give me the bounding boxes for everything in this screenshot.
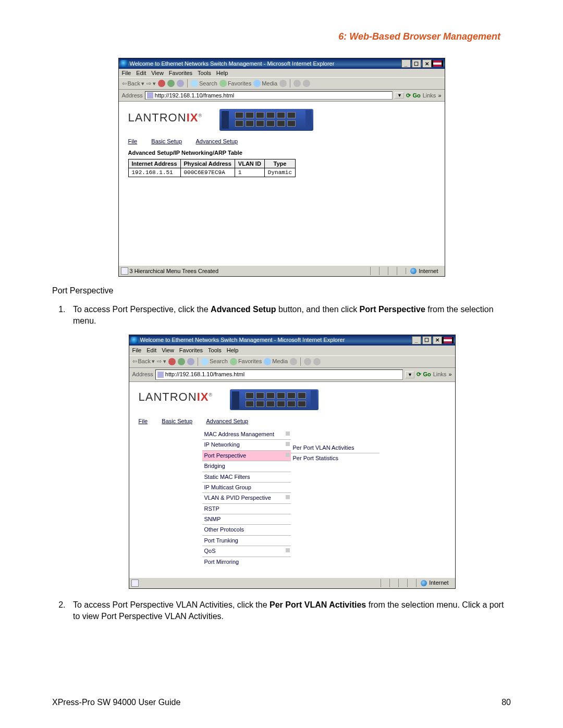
menu-item-port-perspective[interactable]: Port Perspective <box>202 450 291 461</box>
media-button[interactable]: Media <box>253 80 277 87</box>
status-bar: Internet <box>129 577 455 588</box>
col-physical-address: Physical Address <box>180 159 235 168</box>
menu-view[interactable]: View <box>162 347 174 354</box>
menu-item[interactable]: VLAN & PVID Perspective <box>202 492 291 503</box>
history-icon[interactable] <box>290 358 297 365</box>
menu-item[interactable]: Port Trunking <box>202 535 291 546</box>
forward-button[interactable]: ⇨ ▾ <box>146 80 156 87</box>
switch-graphic <box>230 389 319 410</box>
chapter-title: 6: Web-Based Browser Management <box>52 31 511 42</box>
menu-file[interactable]: File <box>122 70 131 76</box>
mail-icon[interactable] <box>304 358 311 365</box>
menu-help[interactable]: Help <box>216 70 228 76</box>
address-bar: Address http://192.168.1.10/frames.html … <box>119 90 445 102</box>
zone-internet: Internet <box>406 268 442 274</box>
close-button[interactable]: ✕ <box>422 59 432 68</box>
menu-item[interactable]: IP Multicast Group <box>202 482 291 492</box>
address-input[interactable]: http://192.168.1.10/frames.html <box>155 369 403 379</box>
menu-item[interactable]: Bridging <box>202 461 291 471</box>
menu-item[interactable]: Static MAC Filters <box>202 472 291 482</box>
history-icon[interactable] <box>279 80 287 87</box>
cell-mac: 000C6E97EC9A <box>180 168 235 177</box>
menu-item[interactable]: QoS <box>202 546 291 556</box>
refresh-icon[interactable] <box>167 80 175 87</box>
home-icon[interactable] <box>187 358 194 365</box>
minimize-button[interactable]: _ <box>401 59 411 68</box>
menu-favorites[interactable]: Favorites <box>169 70 192 76</box>
status-bar: 3 Hierarchical Menu Trees Created Intern… <box>119 265 445 276</box>
menu-item[interactable]: RSTP <box>202 503 291 514</box>
favorites-button[interactable]: Favorites <box>219 80 251 87</box>
search-button[interactable]: Search <box>191 80 217 87</box>
page-icon <box>157 372 164 378</box>
print-icon[interactable] <box>313 358 321 365</box>
menu-item[interactable]: Port Mirroring <box>202 557 291 567</box>
stop-icon[interactable] <box>168 358 176 365</box>
go-button[interactable]: ⟳ Go <box>406 92 420 99</box>
breadcrumb: Advanced Setup/IP Networking/ARP Table <box>128 150 435 156</box>
forward-button[interactable]: ⇨ ▾ <box>157 357 166 365</box>
ie-throbber <box>442 337 454 343</box>
menu-bar: File Edit View Favorites Tools Help <box>129 346 455 355</box>
menu-tools[interactable]: Tools <box>208 347 222 354</box>
nav-links: File Basic Setup Advanced Setup <box>128 138 435 144</box>
maximize-button[interactable]: ☐ <box>422 336 432 344</box>
menu-tools[interactable]: Tools <box>198 70 211 76</box>
nav-basic-setup[interactable]: Basic Setup <box>162 418 192 424</box>
page-content: LANTRONIX® File Basic Setup Advanced Set… <box>119 102 445 265</box>
menu-view[interactable]: View <box>151 70 164 76</box>
links-label[interactable]: Links <box>433 371 447 378</box>
address-dropdown[interactable]: ▼ <box>395 92 404 98</box>
menu-item[interactable]: IP Networking <box>202 439 291 450</box>
menu-help[interactable]: Help <box>227 347 239 354</box>
search-button[interactable]: Search <box>201 357 228 365</box>
print-icon[interactable] <box>303 80 310 87</box>
col-type: Type <box>264 159 295 168</box>
back-button[interactable]: ⇦ Back ▾ <box>132 357 155 365</box>
ie-icon <box>131 337 138 344</box>
nav-basic-setup[interactable]: Basic Setup <box>151 138 182 144</box>
menu-item[interactable]: SNMP <box>202 514 291 524</box>
refresh-icon[interactable] <box>178 358 185 365</box>
menu-edit[interactable]: Edit <box>146 347 156 354</box>
url-text: http://192.168.1.10/frames.html <box>155 92 234 98</box>
menu-edit[interactable]: Edit <box>136 70 146 76</box>
address-dropdown[interactable]: ▼ <box>405 371 414 379</box>
menu-file[interactable]: File <box>132 347 142 354</box>
mail-icon[interactable] <box>293 80 301 87</box>
minimize-button[interactable]: _ <box>412 336 421 344</box>
links-label[interactable]: Links <box>423 92 436 98</box>
nav-file[interactable]: File <box>128 138 138 144</box>
back-button[interactable]: ⇦ Back ▾ <box>122 80 144 87</box>
cell-type: Dynamic <box>264 168 295 177</box>
menu-favorites[interactable]: Favorites <box>179 347 203 354</box>
window-titlebar: Welcome to Ethernet Networks Switch Mana… <box>119 58 445 69</box>
cell-vlan: 1 <box>235 168 264 177</box>
adv-submenu: Per Port VLAN Activities Per Port Statis… <box>291 443 380 464</box>
submenu-per-port-stats[interactable]: Per Port Statistics <box>291 453 380 463</box>
menu-item[interactable]: MAC Address Management <box>202 429 291 439</box>
status-page-icon <box>131 579 139 587</box>
favorites-button[interactable]: Favorites <box>230 357 262 365</box>
menu-bar: File Edit View Favorites Tools Help <box>119 69 445 77</box>
nav-advanced-setup[interactable]: Advanced Setup <box>195 138 238 144</box>
url-text: http://192.168.1.10/frames.html <box>165 371 244 378</box>
menu-item[interactable]: Other Protocols <box>202 524 291 535</box>
status-text: 3 Hierarchical Menu Trees Created <box>130 268 219 274</box>
section-heading: Port Perspective <box>52 286 511 295</box>
nav-file[interactable]: File <box>139 418 148 424</box>
maximize-button[interactable]: ☐ <box>412 59 421 68</box>
window-title: Welcome to Ethernet Networks Switch Mana… <box>130 60 400 67</box>
submenu-per-port-vlan[interactable]: Per Port VLAN Activities <box>291 443 380 453</box>
close-button[interactable]: ✕ <box>433 336 442 344</box>
media-button[interactable]: Media <box>264 357 288 365</box>
nav-advanced-setup[interactable]: Advanced Setup <box>206 418 248 424</box>
home-icon[interactable] <box>177 80 184 87</box>
address-input[interactable]: http://192.168.1.10/frames.html <box>145 91 393 100</box>
footer-page-number: 80 <box>501 698 511 707</box>
stop-icon[interactable] <box>158 80 165 87</box>
ie-icon <box>120 60 128 67</box>
step-2: To access Port Perspective VLAN Activiti… <box>68 599 511 623</box>
go-button[interactable]: ⟳ Go <box>417 371 431 378</box>
address-label: Address <box>132 371 153 378</box>
